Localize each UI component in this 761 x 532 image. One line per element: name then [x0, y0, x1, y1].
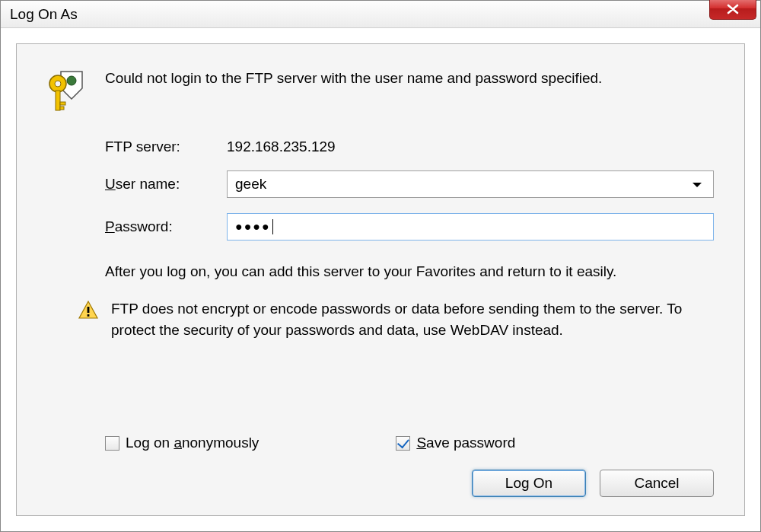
- password-field[interactable]: ●●●●: [227, 213, 714, 241]
- password-label: Password:: [105, 218, 227, 235]
- svg-rect-8: [88, 314, 90, 317]
- window-title: Log On As: [10, 6, 78, 23]
- anonymous-label: Log on anonymously: [126, 435, 259, 451]
- favorites-hint: After you log on, you can add this serve…: [105, 263, 714, 280]
- chevron-down-icon: [692, 176, 702, 193]
- close-icon: [726, 4, 740, 14]
- save-password-checkbox[interactable]: [396, 436, 410, 451]
- anonymous-checkbox-group[interactable]: Log on anonymously: [105, 435, 259, 451]
- svg-rect-7: [88, 307, 90, 313]
- logon-dialog: Log On As Could not login to the FTP se: [0, 0, 761, 532]
- anonymous-checkbox[interactable]: [105, 436, 119, 451]
- svg-rect-4: [56, 91, 60, 110]
- save-password-label: Save password: [416, 435, 515, 451]
- save-password-checkbox-group[interactable]: Save password: [396, 435, 515, 451]
- text-cursor: [272, 219, 273, 234]
- logon-button[interactable]: Log On: [472, 470, 586, 497]
- username-value: geek: [235, 176, 266, 193]
- password-value: ●●●●: [235, 220, 271, 234]
- titlebar: Log On As: [1, 1, 760, 28]
- warning-icon: [78, 300, 99, 321]
- key-tag-icon: [47, 68, 85, 114]
- svg-rect-5: [60, 102, 65, 105]
- server-label: FTP server:: [105, 139, 227, 155]
- security-warning: FTP does not encrypt or encode passwords…: [111, 298, 714, 340]
- svg-point-3: [55, 81, 61, 87]
- cancel-button[interactable]: Cancel: [600, 470, 714, 497]
- server-value: 192.168.235.129: [227, 139, 336, 155]
- content-panel: Could not login to the FTP server with t…: [16, 43, 745, 516]
- svg-rect-6: [60, 107, 64, 110]
- close-button[interactable]: [709, 0, 756, 20]
- username-label: User name:: [105, 176, 227, 193]
- svg-point-1: [67, 76, 76, 85]
- error-message: Could not login to the FTP server with t…: [105, 68, 602, 114]
- username-combobox[interactable]: geek: [227, 170, 714, 198]
